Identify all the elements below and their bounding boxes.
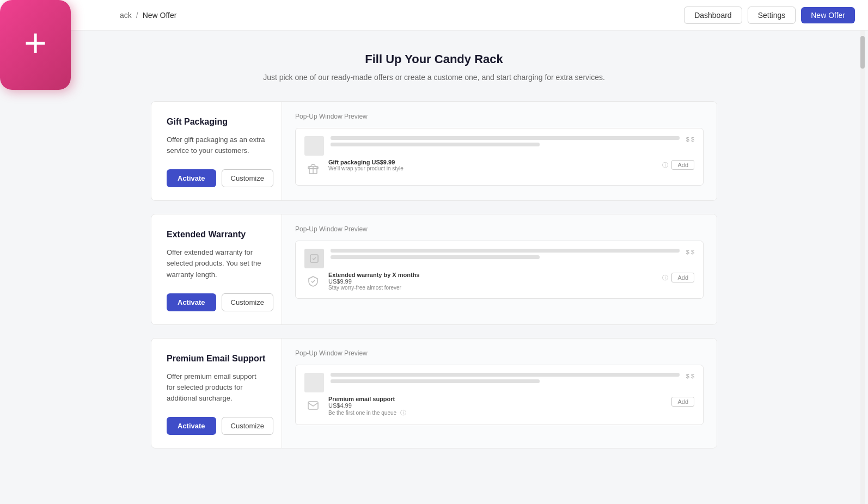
popup-add-button-email[interactable]: Add <box>671 397 694 407</box>
svg-rect-3 <box>308 402 318 409</box>
popup-item-name-email: Premium email support <box>328 396 665 402</box>
popup-item-sub-gift: We'll wrap your product in style <box>328 165 656 171</box>
offer-card-extended-warranty: Extended Warranty Offer extended warrant… <box>151 214 717 324</box>
popup-item-row-email: Premium email support US$4.99 Be the fir… <box>304 396 694 417</box>
customize-button-gift-packaging[interactable]: Customize <box>222 169 273 187</box>
fake-price-warranty: $ $ <box>686 249 694 255</box>
fake-line <box>331 143 540 146</box>
popup-mockup-gift-packaging: $ $ Gift packaging US <box>295 128 704 186</box>
offer-desc-extended-warranty: Offer extended warranty for selected pro… <box>167 247 266 280</box>
fake-line <box>331 373 680 377</box>
info-icon-gift: ⓘ <box>662 161 668 169</box>
scrollbar[interactable] <box>860 30 865 504</box>
breadcrumb-separator: / <box>136 11 138 20</box>
breadcrumb-back[interactable]: ack <box>120 11 132 20</box>
header: ack / New Offer Dashboard Settings New O… <box>0 0 868 30</box>
main-content: Fill Up Your Candy Rack Just pick one of… <box>107 30 761 483</box>
popup-item-row: Gift packaging US$9.99 We'll wrap your p… <box>304 159 694 177</box>
activate-button-gift-packaging[interactable]: Activate <box>167 169 216 187</box>
page-subtitle: Just pick one of our ready-made offers o… <box>151 73 717 82</box>
fake-price: $ $ <box>686 136 694 143</box>
popup-add-button-warranty[interactable]: Add <box>671 273 694 282</box>
email-icon <box>304 397 322 414</box>
popup-add-button-gift[interactable]: Add <box>671 160 694 170</box>
popup-item-price-email: US$4.99 <box>328 402 665 409</box>
offer-info-gift-packaging: Gift Packaging Offer gift packaging as a… <box>151 102 282 200</box>
fake-product-lines-email <box>331 373 680 386</box>
popup-item-name-warranty: Extended warranty by X months <box>328 272 656 278</box>
popup-item-price-warranty: US$9.99 <box>328 278 656 285</box>
offer-title-extended-warranty: Extended Warranty <box>167 230 266 239</box>
offer-actions-extended-warranty: Activate Customize <box>167 293 266 311</box>
gift-icon <box>304 160 322 177</box>
info-icon-warranty: ⓘ <box>662 274 668 282</box>
popup-item-actions-warranty: ⓘ Add <box>662 273 694 282</box>
popup-item-name-gift: Gift packaging US$9.99 <box>328 159 656 165</box>
breadcrumb: ack / New Offer <box>120 11 176 20</box>
popup-item-sub-warranty: Stay worry-free almost forever <box>328 285 656 291</box>
offer-actions-gift-packaging: Activate Customize <box>167 169 266 187</box>
header-actions: Dashboard Settings New Offer <box>684 7 855 24</box>
fake-line <box>331 136 680 140</box>
offer-preview-extended-warranty: Pop-Up Window Preview $ $ <box>282 214 717 324</box>
activate-button-extended-warranty[interactable]: Activate <box>167 293 216 311</box>
fake-line <box>331 379 540 383</box>
fake-product-image-warranty <box>304 249 324 268</box>
popup-item-text-warranty: Extended warranty by X months US$9.99 St… <box>328 272 656 291</box>
popup-item-actions-gift: ⓘ Add <box>662 160 694 170</box>
offer-card-gift-packaging: Gift Packaging Offer gift packaging as a… <box>151 101 717 201</box>
page-title: Fill Up Your Candy Rack <box>151 52 717 66</box>
preview-label-extended-warranty: Pop-Up Window Preview <box>295 225 704 233</box>
customize-button-extended-warranty[interactable]: Customize <box>222 293 273 311</box>
logo-plus-icon: + <box>24 23 47 62</box>
popup-item-text-email: Premium email support US$4.99 Be the fir… <box>328 396 665 417</box>
customize-button-premium-email[interactable]: Customize <box>222 417 273 435</box>
fake-product-lines <box>331 136 680 149</box>
new-offer-button[interactable]: New Offer <box>801 7 855 23</box>
offer-info-premium-email: Premium Email Support Offer premium emai… <box>151 339 282 448</box>
dashboard-button[interactable]: Dashboard <box>684 7 742 24</box>
offer-desc-premium-email: Offer premium email support for selected… <box>167 371 266 404</box>
scroll-thumb[interactable] <box>860 36 865 69</box>
fake-line <box>331 255 540 259</box>
popup-item-row-warranty: Extended warranty by X months US$9.99 St… <box>304 272 694 291</box>
app-logo[interactable]: + <box>0 0 71 90</box>
popup-item-text-gift: Gift packaging US$9.99 We'll wrap your p… <box>328 159 656 171</box>
popup-item-actions-email: Add <box>671 397 694 407</box>
fake-price-email: $ $ <box>686 373 694 379</box>
shield-icon <box>304 273 322 290</box>
popup-item-sub-email: Be the first one in the queue ⓘ <box>328 409 665 417</box>
preview-label-premium-email: Pop-Up Window Preview <box>295 349 704 357</box>
preview-label-gift-packaging: Pop-Up Window Preview <box>295 113 704 120</box>
fake-product-image <box>304 136 324 156</box>
popup-mockup-premium-email: $ $ Premium email support US$4.99 Be the… <box>295 365 704 425</box>
offer-desc-gift-packaging: Offer gift packaging as an extra service… <box>167 134 266 156</box>
settings-button[interactable]: Settings <box>748 7 796 24</box>
breadcrumb-current: New Offer <box>143 11 177 20</box>
info-icon-email-inline: ⓘ <box>400 409 406 416</box>
offer-title-gift-packaging: Gift Packaging <box>167 117 266 127</box>
fake-product-lines-warranty <box>331 249 680 262</box>
offer-preview-gift-packaging: Pop-Up Window Preview $ $ <box>282 102 717 200</box>
offer-info-extended-warranty: Extended Warranty Offer extended warrant… <box>151 214 282 324</box>
fake-product-image-email <box>304 373 324 392</box>
fake-line <box>331 249 680 253</box>
offer-actions-premium-email: Activate Customize <box>167 417 266 435</box>
activate-button-premium-email[interactable]: Activate <box>167 417 216 435</box>
offer-preview-premium-email: Pop-Up Window Preview $ $ <box>282 339 717 448</box>
offer-title-premium-email: Premium Email Support <box>167 354 266 364</box>
popup-mockup-extended-warranty: $ $ Extended warranty by X months US$9.9… <box>295 241 704 299</box>
offer-card-premium-email: Premium Email Support Offer premium emai… <box>151 338 717 448</box>
